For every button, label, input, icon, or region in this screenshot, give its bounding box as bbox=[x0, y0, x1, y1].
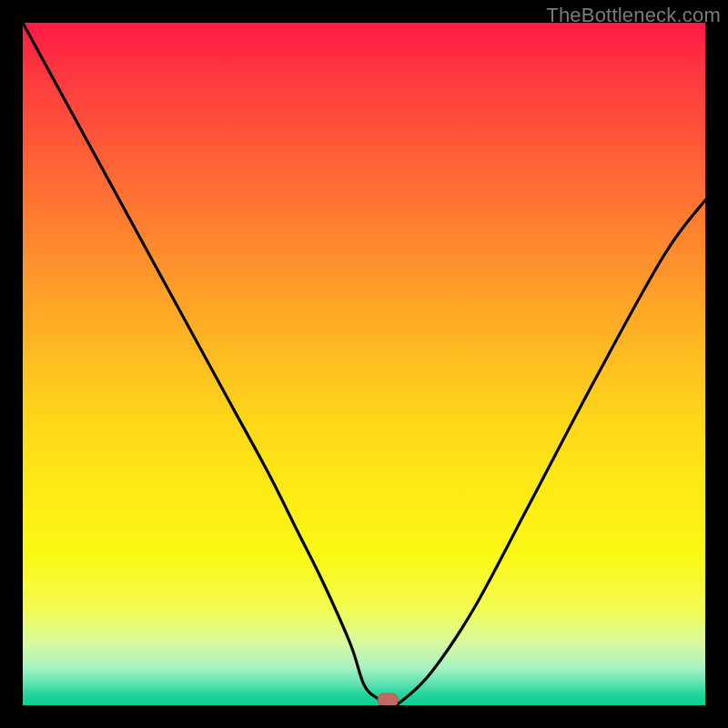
curve-path bbox=[23, 23, 705, 705]
sweet-spot-marker bbox=[378, 693, 398, 705]
plot-area bbox=[23, 23, 705, 705]
chart-stage: TheBottleneck.com bbox=[0, 0, 728, 728]
watermark-text: TheBottleneck.com bbox=[546, 4, 721, 27]
bottleneck-curve bbox=[23, 23, 705, 705]
